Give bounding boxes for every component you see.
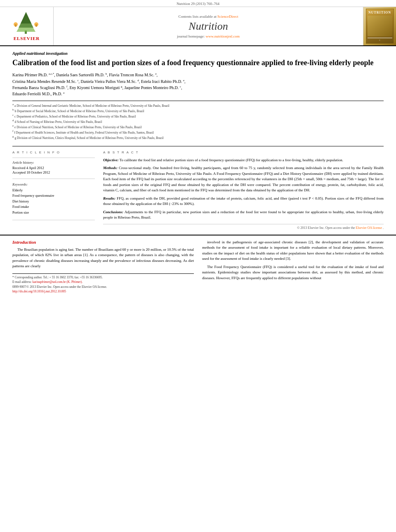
- divider-3: [12, 220, 95, 220]
- journal-header: ELSEVIER Contents lists available at Sci…: [0, 7, 396, 46]
- article-title: Calibration of the food list and portion…: [12, 58, 384, 68]
- journal-title: Nutrition: [189, 20, 228, 33]
- doi-text[interactable]: http://dx.doi.org/10.1016/j.nut.2012.10.…: [12, 290, 66, 293]
- article-header-section: Applied nutritional investigation Calibr…: [0, 46, 396, 235]
- abstract-results: Results: FFQ, as compared with the DH, p…: [103, 196, 384, 207]
- svg-rect-5: [15, 24, 16, 27]
- keyword-2: Food frequency questionnaire: [12, 193, 95, 199]
- svg-marker-3: [21, 12, 31, 24]
- homepage-line: journal homepage: www.nutritionjrnl.com: [177, 34, 240, 38]
- sciencedirect-line: Contents lists available at ScienceDirec…: [179, 14, 238, 19]
- divider-1: [12, 158, 95, 158]
- article-category: Applied nutritional investigation: [12, 51, 384, 56]
- journal-reference: Nutrition 29 (2013) 760–764: [0, 0, 396, 7]
- issn-text: 0899-9007/© 2013 Elsevier Inc. Open acce…: [12, 285, 107, 289]
- journal-info-center: Contents lists available at ScienceDirec…: [54, 7, 363, 45]
- elsevier-logo-block: ELSEVIER: [0, 7, 54, 45]
- affiliation-d: d d School of Nursing of Ribeirao Preto,…: [12, 119, 384, 124]
- svg-rect-7: [35, 24, 37, 27]
- affiliations-section: a a Division of General Internal and Ger…: [12, 101, 384, 140]
- elsevier-oa-link[interactable]: Elsevier OA license: [356, 226, 382, 230]
- intro-paragraph-1: The Brazilian population is aging fast. …: [12, 247, 194, 269]
- affiliation-e: e e Division of Clinical Nutrition, Scho…: [12, 124, 384, 129]
- keywords-label: Keywords:: [12, 182, 95, 186]
- journal-ref-text: Nutrition 29 (2013) 760–764: [177, 2, 219, 6]
- main-body-section: Introduction The Brazilian population is…: [0, 235, 396, 299]
- affiliation-b: b b Department of Social Medicine, Schoo…: [12, 108, 384, 113]
- history-label: Article history:: [12, 160, 95, 165]
- objective-text: To calibrate the food list and relative …: [120, 158, 343, 162]
- nutrition-cover-image: NUTRITION ≡: [363, 7, 396, 45]
- article-info-column: A R T I C L E I N F O Article history: R…: [12, 151, 95, 230]
- objective-label: Objective:: [103, 158, 118, 162]
- article-info-abstract: A R T I C L E I N F O Article history: R…: [12, 146, 384, 230]
- article-history-block: Article history: Received 4 April 2012 A…: [12, 160, 95, 174]
- abstract-label: A B S T R A C T: [103, 151, 384, 154]
- keyword-5: Portion size: [12, 210, 95, 216]
- copyright-line: © 2013 Elsevier Inc. Open access under t…: [103, 224, 384, 230]
- conclusions-label: Conclusions:: [103, 210, 123, 214]
- elsevier-brand-text: ELSEVIER: [14, 36, 40, 41]
- methods-label: Methods:: [103, 166, 118, 170]
- results-text: FFQ, as compared with the DH, provided g…: [103, 196, 384, 206]
- affiliation-f: f f Department of Health Sciences, Insti…: [12, 129, 384, 135]
- intro-right-text: involved in the pathogenesis of age-asso…: [202, 240, 384, 281]
- email-label: E-mail address:: [12, 280, 32, 284]
- email-text[interactable]: karinapfrimer@uol.com.br (K. Pfrimer).: [33, 280, 82, 284]
- cover-title-text: NUTRITION: [368, 11, 391, 14]
- intro-body-text: The Brazilian population is aging fast. …: [12, 247, 194, 269]
- affiliation-a: a a Division of General Internal and Ger…: [12, 103, 384, 108]
- sciencedirect-label: Contents lists available at: [179, 14, 217, 19]
- received-date: Received 4 April 2012: [12, 166, 95, 170]
- abstract-objective: Objective: To calibrate the food list an…: [103, 158, 384, 163]
- body-left-column: Introduction The Brazilian population is…: [12, 240, 194, 294]
- issn-line: 0899-9007/© 2013 Elsevier Inc. Open acce…: [12, 285, 194, 290]
- conclusions-text: Adjustments to the FFQ in particular, ne…: [103, 210, 384, 220]
- divider-2: [12, 179, 95, 179]
- homepage-label: journal homepage:: [177, 34, 205, 38]
- abstract-column: A B S T R A C T Objective: To calibrate …: [103, 151, 384, 230]
- copyright-text: © 2013 Elsevier Inc. Open access under t…: [297, 226, 356, 230]
- keyword-1: Elderly: [12, 188, 95, 193]
- footnote-email: E-mail address: karinapfrimer@uol.com.br…: [12, 280, 194, 285]
- intro-paragraph-3: The Food Frequency Questionnaire (FFQ) i…: [202, 264, 384, 281]
- keyword-4: Food intake: [12, 204, 95, 210]
- footnotes-section: * Corresponding author. Tel.: + 55 16 36…: [12, 273, 194, 294]
- homepage-url[interactable]: www.nutritionjrnl.com: [206, 34, 240, 38]
- keywords-block: Keywords: Elderly Food frequency questio…: [12, 182, 95, 216]
- abstract-text: Objective: To calibrate the food list an…: [103, 158, 384, 221]
- affiliation-c: c c Department of Pediatrics, School of …: [12, 113, 384, 119]
- intro-paragraph-2: involved in the pathogenesis of age-asso…: [202, 240, 384, 262]
- article-info-label: A R T I C L E I N F O: [12, 151, 95, 154]
- authors-section: Karina Pfrimer Ph.D. a,c,*, Daniela Saes…: [12, 72, 384, 97]
- keyword-3: Diet history: [12, 199, 95, 205]
- methods-text: Cross-sectional study. One hundred free-…: [103, 166, 384, 192]
- abstract-methods: Methods: Cross-sectional study. One hund…: [103, 165, 384, 193]
- accepted-date: Accepted 18 October 2012: [12, 170, 95, 174]
- body-right-column: involved in the pathogenesis of age-asso…: [202, 240, 384, 294]
- elsevier-tree-icon: [8, 12, 45, 35]
- copyright-period: .: [383, 226, 384, 230]
- results-label: Results:: [103, 196, 116, 200]
- footnote-star: * Corresponding author. Tel.: + 55 16 36…: [12, 275, 194, 280]
- affiliation-g: g g Division of Clinical Nutrition, Clin…: [12, 135, 384, 140]
- sciencedirect-link[interactable]: ScienceDirect: [217, 14, 238, 19]
- abstract-conclusions: Conclusions: Adjustments to the FFQ in p…: [103, 210, 384, 221]
- introduction-heading: Introduction: [12, 240, 194, 245]
- doi-line: http://dx.doi.org/10.1016/j.nut.2012.10.…: [12, 290, 194, 294]
